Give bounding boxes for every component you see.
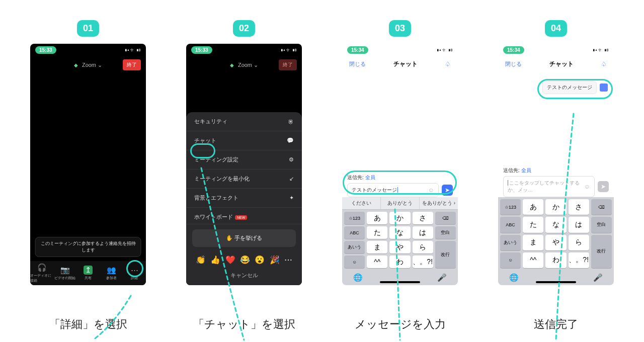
mic-icon[interactable]: 🎤 xyxy=(437,273,447,282)
key-return[interactable]: 改行 xyxy=(591,235,612,269)
key[interactable]: あ xyxy=(523,199,543,215)
key-backspace[interactable]: ⌫ xyxy=(591,199,612,215)
key-abc[interactable]: ABC xyxy=(500,217,521,232)
menu-minimize[interactable]: ミーティングを最小化↙ xyxy=(186,169,302,189)
suggestion[interactable]: ください xyxy=(342,197,381,209)
key[interactable]: か xyxy=(389,212,410,224)
key-space[interactable]: 空白 xyxy=(435,226,456,239)
phone-4: 15:34 ▮◂ ᯤ ▮▯ 閉じる チャット ♤ テストのメッセージ 送信先: … xyxy=(498,44,614,285)
menu-chat[interactable]: チャット💬 xyxy=(186,131,302,150)
key-num[interactable]: ☆123 xyxy=(344,212,365,224)
status-icons: ▮◂ ᯤ ▮▯ xyxy=(125,47,141,53)
shield-icon: ◆ xyxy=(74,62,78,68)
status-time: 15:34 xyxy=(503,46,524,54)
footer-more[interactable]: ⋯詳細 xyxy=(123,261,146,285)
key[interactable]: は xyxy=(569,217,589,232)
react-laugh[interactable]: 😂 xyxy=(240,255,250,265)
raise-hand-button[interactable]: ✋ 手を挙げる xyxy=(192,229,296,247)
chat-input[interactable]: ここをタップしてチャットするか、メッ…☺ xyxy=(503,176,595,197)
key[interactable]: や xyxy=(545,235,566,250)
emoji-icon[interactable]: ☺ xyxy=(584,183,590,190)
key[interactable]: ま xyxy=(523,235,543,250)
end-meeting-button[interactable]: 終了 xyxy=(123,59,141,70)
key[interactable]: た xyxy=(367,226,387,239)
bell-icon[interactable]: ♤ xyxy=(601,60,607,68)
key[interactable]: ^^ xyxy=(367,255,387,268)
key-backspace[interactable]: ⌫ xyxy=(435,212,456,224)
suggestion[interactable]: をありがとう › xyxy=(420,197,458,209)
cancel-button[interactable]: キャンセル xyxy=(186,268,302,281)
mic-icon[interactable]: 🎤 xyxy=(593,273,603,282)
footer-share[interactable]: ↥共有 xyxy=(76,261,100,285)
react-more[interactable]: ⋯ xyxy=(284,255,292,265)
status-bar: 15:33 ▮◂ ᯤ ▮▯ xyxy=(30,44,146,56)
suggestion[interactable]: ありがとう xyxy=(381,197,420,209)
zoom-header: ◆ Zoom ⌄ 終了 xyxy=(30,56,146,74)
chat-title: チャット xyxy=(393,60,418,68)
key[interactable]: さ xyxy=(569,199,589,215)
step-02: 02 15:33 ▮◂ ᯤ ▮▯ ◆ Zoom ⌄ 終了 セキュリティ⛨ チャッ… xyxy=(174,20,314,285)
send-button[interactable]: ➤ xyxy=(442,185,453,196)
key-emoji[interactable]: ☺ xyxy=(344,255,365,268)
react-party[interactable]: 🎉 xyxy=(270,255,280,265)
key[interactable]: わ xyxy=(389,255,410,268)
key[interactable]: か xyxy=(545,199,566,215)
new-badge: NEW xyxy=(235,215,247,220)
zoom-header: ◆ Zoom ⌄ 終了 xyxy=(186,56,302,74)
key-grid: ☆123 あ か さ ⌫ ABC た な は 空白 あいう ま や ら 改行 ☺ xyxy=(498,197,614,270)
chat-close-button[interactable]: 閉じる xyxy=(505,60,522,68)
footer-video[interactable]: 📷ビデオの開始 xyxy=(53,261,76,285)
key[interactable]: わ xyxy=(545,252,566,268)
key-emoji[interactable]: ☺ xyxy=(500,252,521,268)
key-kana[interactable]: あいう xyxy=(344,241,365,253)
menu-settings[interactable]: ミーティング設定⚙ xyxy=(186,150,302,169)
headphone-icon: 🎧 xyxy=(37,263,47,272)
key[interactable]: や xyxy=(389,241,410,253)
send-destination[interactable]: 送信先: 全員 xyxy=(347,174,453,181)
key-abc[interactable]: ABC xyxy=(344,226,365,239)
step-badge: 02 xyxy=(233,20,255,37)
message-bubble: テストのメッセージ xyxy=(542,81,597,94)
footer-participants[interactable]: 👥参加者 xyxy=(100,261,123,285)
menu-effects[interactable]: 背景とエフェクト✦ xyxy=(186,189,302,208)
menu-whiteboard[interactable]: ホワイトボードNEW xyxy=(186,208,302,224)
globe-icon[interactable]: 🌐 xyxy=(353,273,363,282)
key[interactable]: ら xyxy=(413,241,433,253)
key-grid: ☆123 あ か さ ⌫ ABC た な は 空白 あいう ま や ら 改行 ☺ xyxy=(342,210,458,270)
more-sheet: セキュリティ⛨ チャット💬 ミーティング設定⚙ ミーティングを最小化↙ 背景とエ… xyxy=(186,112,302,285)
key-kana[interactable]: あいう xyxy=(500,235,521,250)
key[interactable]: ま xyxy=(367,241,387,253)
react-wow[interactable]: 😮 xyxy=(255,255,265,265)
key[interactable]: さ xyxy=(413,212,433,224)
key[interactable]: 、。?! xyxy=(413,255,433,268)
chat-close-button[interactable]: 閉じる xyxy=(349,60,366,68)
key[interactable]: た xyxy=(523,217,543,232)
key[interactable]: な xyxy=(389,226,410,239)
minimize-icon: ↙ xyxy=(289,176,294,182)
phone-1: 15:33 ▮◂ ᯤ ▮▯ ◆ Zoom ⌄ 終了 このミーティングに参加するよ… xyxy=(30,44,146,285)
compose-area: 送信先: 全員 ここをタップしてチャットするか、メッ…☺ ➤ xyxy=(498,167,614,197)
react-heart[interactable]: ❤️ xyxy=(225,255,235,265)
key[interactable]: 、。?! xyxy=(569,252,589,268)
emoji-icon[interactable]: ☺ xyxy=(428,187,434,194)
key[interactable]: あ xyxy=(367,212,387,224)
chat-input[interactable]: テストのメッセージ​☺ xyxy=(347,183,439,197)
key[interactable]: ら xyxy=(569,235,589,250)
menu-security[interactable]: セキュリティ⛨ xyxy=(186,112,302,131)
react-clap[interactable]: 👏 xyxy=(196,255,206,265)
bell-icon[interactable]: ♤ xyxy=(445,60,451,68)
globe-icon[interactable]: 🌐 xyxy=(509,273,519,282)
footer-audio[interactable]: 🎧オーディオに接続 xyxy=(30,261,53,285)
chat-messages: テストのメッセージ xyxy=(498,74,614,180)
send-button[interactable]: ➤ xyxy=(598,181,609,192)
key[interactable]: ^^ xyxy=(523,252,543,268)
key[interactable]: は xyxy=(413,226,433,239)
key-return[interactable]: 改行 xyxy=(435,241,456,268)
react-thumb[interactable]: 👍 xyxy=(210,255,220,265)
end-meeting-button[interactable]: 終了 xyxy=(279,59,297,70)
shield-icon: ◆ xyxy=(230,62,234,68)
key-num[interactable]: ☆123 xyxy=(500,199,521,215)
key[interactable]: な xyxy=(545,217,566,232)
send-destination[interactable]: 送信先: 全員 xyxy=(503,167,609,174)
key-space[interactable]: 空白 xyxy=(591,217,612,232)
